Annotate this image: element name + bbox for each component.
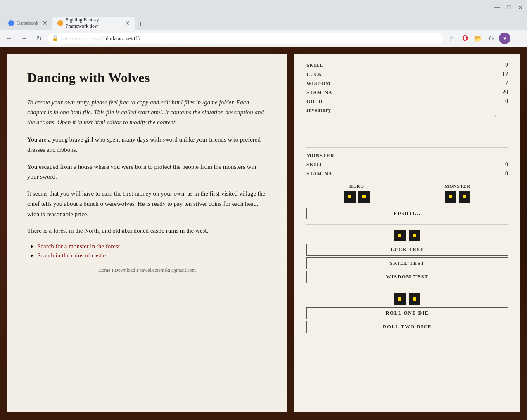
roll-die-1-dot — [398, 297, 401, 301]
choice-item-2: Search in the ruins of castle — [37, 252, 267, 259]
story-paragraph3: It seems that you will have to earn the … — [27, 189, 267, 219]
resize-handle-icon: ↘ — [493, 113, 496, 117]
skill-label: SKILL — [306, 62, 324, 68]
browser-chrome: — □ ✕ Gamebook ✕ Fighting Fantasy Framew… — [0, 0, 527, 47]
inventory-label: Inventory — [306, 107, 508, 113]
dropbox-button[interactable]: 📂 — [472, 33, 484, 44]
choice-link-1[interactable]: Search for a monster in the forest — [37, 243, 120, 250]
story-choices: Search for a monster in the forest Searc… — [27, 243, 267, 259]
test-dice-container — [306, 230, 508, 241]
fight-button[interactable]: FIGHT!... — [306, 208, 508, 219]
tab-fff-close[interactable]: ✕ — [125, 20, 130, 27]
gold-label: GOLD — [306, 99, 323, 105]
url-separator: | — [102, 35, 104, 42]
menu-button[interactable]: ⋮ — [512, 33, 524, 44]
luck-value: 12 — [502, 71, 508, 78]
stats-panel: SKILL 9 LUCK 12 WISDOM 7 STAMINA 20 GOLD… — [294, 54, 520, 412]
title-bar-controls: — □ ✕ — [494, 4, 524, 11]
tab-fff-label: Fighting Fantasy Framework dow — [66, 17, 121, 29]
roll-die-2-dot — [413, 297, 416, 301]
hero-die-2-dot — [362, 195, 366, 198]
test-die-1-dot — [398, 234, 401, 237]
back-button[interactable]: ← — [3, 33, 15, 44]
hero-die-1-dot — [348, 195, 351, 198]
choice-item-1: Search for a monster in the forest — [37, 243, 267, 250]
footer-home-link[interactable]: Home — [98, 267, 110, 273]
test-die-2-dot — [413, 234, 416, 237]
stamina-value: 20 — [502, 89, 508, 96]
luck-row: LUCK 12 — [306, 71, 508, 78]
skill-row: SKILL 9 — [306, 62, 508, 68]
inventory-textarea[interactable] — [306, 113, 508, 134]
address-bar: ← → ↻ 🔓 Niezabezpieczona | dudziarz.net/… — [0, 30, 527, 47]
roll-die-1 — [394, 293, 406, 305]
roll-two-dice-button[interactable]: ROLL TWO DICE — [306, 321, 508, 333]
monster-skill-value: 0 — [505, 161, 508, 168]
test-die-1 — [394, 230, 406, 241]
skill-value: 9 — [505, 62, 508, 68]
monster-stamina-label: STAMINA — [306, 171, 332, 177]
wisdom-row: WISDOM 7 — [306, 80, 508, 87]
choice-link-2[interactable]: Search in the ruins of castle — [37, 252, 106, 259]
monster-skill-row: SKILL 0 — [306, 161, 508, 168]
divider-1 — [306, 147, 508, 148]
minimize-button[interactable]: — — [494, 4, 501, 11]
new-tab-button[interactable]: + — [135, 18, 147, 30]
avatar-button[interactable]: ♥ — [499, 33, 510, 44]
roll-dice-container — [306, 293, 508, 305]
title-bar: — □ ✕ — [0, 0, 527, 15]
close-button[interactable]: ✕ — [517, 4, 524, 11]
footer-download-link[interactable]: Download — [114, 267, 135, 273]
wisdom-label: WISDOM — [306, 80, 331, 87]
wisdom-test-button[interactable]: WISDOM TEST — [306, 271, 508, 283]
monster-die-2-dot — [463, 195, 466, 198]
monster-combat-label: MONSTER — [445, 184, 471, 189]
tab-fff-icon — [57, 20, 63, 26]
hero-monster-section: HERO MONSTER — [306, 184, 508, 203]
divider-3 — [306, 288, 508, 288]
test-die-2 — [409, 230, 420, 241]
skill-test-button[interactable]: SKILL TEST — [306, 257, 508, 269]
opera-button[interactable]: O — [459, 33, 471, 44]
lock-icon: 🔓 — [52, 35, 58, 42]
hero-combatant: HERO — [344, 184, 370, 203]
monster-die-1 — [445, 191, 456, 203]
url-text: dudziarz.net/fff/ — [106, 35, 140, 42]
tab-gamebook[interactable]: Gamebook ✕ — [3, 17, 52, 30]
roll-die-2 — [409, 293, 420, 305]
divider-2 — [306, 224, 508, 225]
roll-one-die-button[interactable]: ROLL ONE DIE — [306, 307, 508, 319]
tab-gamebook-icon — [8, 20, 14, 26]
luck-test-button[interactable]: LUCK TEST — [306, 244, 508, 256]
reload-button[interactable]: ↻ — [33, 33, 45, 44]
story-intro: To create your own story, please feel fr… — [27, 97, 267, 127]
monster-section: MONSTER SKILL 0 STAMINA 0 — [306, 153, 508, 177]
hero-label: HERO — [344, 184, 370, 189]
tab-fff[interactable]: Fighting Fantasy Framework dow ✕ — [52, 17, 135, 30]
story-paragraph1: You are a young brave girl who spent man… — [27, 134, 267, 155]
monster-stamina-row: STAMINA 0 — [306, 170, 508, 177]
monster-label: MONSTER — [306, 153, 508, 159]
tab-bar: Gamebook ✕ Fighting Fantasy Framework do… — [0, 15, 527, 30]
inventory-container: Inventory ↘ — [306, 107, 508, 142]
title-divider — [27, 89, 267, 89]
hero-die-2 — [358, 191, 370, 203]
footer-email-link[interactable]: pawel.dziemski@gmail.com — [139, 267, 196, 273]
wisdom-value: 7 — [505, 80, 508, 87]
translate-button[interactable]: G — [486, 33, 497, 44]
gold-row: GOLD 0 — [306, 98, 508, 105]
stamina-row: STAMINA 20 — [306, 89, 508, 96]
forward-button[interactable]: → — [18, 33, 30, 44]
story-footer: Home I Download I pawel.dziemski@gmail.c… — [27, 267, 267, 274]
monster-stamina-value: 0 — [505, 170, 508, 177]
star-button[interactable]: ☆ — [446, 33, 458, 44]
monster-die-1-dot — [449, 195, 452, 198]
tab-gamebook-close[interactable]: ✕ — [43, 20, 47, 27]
story-title: Dancing with Wolves — [27, 70, 267, 85]
url-bar[interactable]: 🔓 Niezabezpieczona | dudziarz.net/fff/ — [48, 33, 443, 44]
content-area: Dancing with Wolves To create your own s… — [0, 47, 527, 418]
monster-die-2 — [459, 191, 470, 203]
luck-label: LUCK — [306, 71, 323, 78]
gold-value: 0 — [505, 98, 508, 105]
maximize-button[interactable]: □ — [506, 4, 512, 11]
